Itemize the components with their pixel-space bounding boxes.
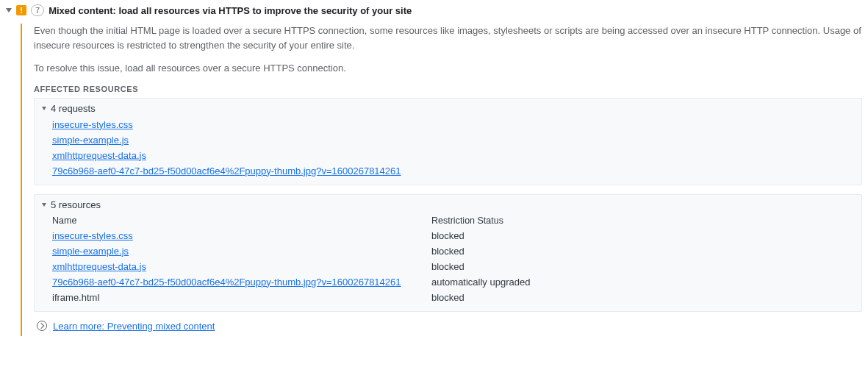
issue-title: Mixed content: load all resources via HT…	[49, 5, 412, 16]
issue-description-1: Even though the initial HTML page is loa…	[34, 24, 862, 52]
requests-list: insecure-styles.css simple-example.js xm…	[42, 117, 854, 179]
table-row: xmlhttprequest-data.js blocked	[42, 259, 854, 274]
issue-body: Even though the initial HTML page is loa…	[21, 24, 862, 336]
resource-link[interactable]: 79c6b968-aef0-47c7-bd25-f50d00acf6e4%2Fp…	[52, 277, 401, 288]
resource-status: blocked	[431, 243, 854, 259]
requests-panel-header[interactable]: 4 requests	[42, 103, 854, 114]
request-item: simple-example.js	[52, 132, 854, 148]
table-row: insecure-styles.css blocked	[42, 228, 854, 243]
resource-link[interactable]: xmlhttprequest-data.js	[52, 261, 146, 272]
issue-root: ! 7 Mixed content: load all resources vi…	[0, 0, 868, 343]
request-item: insecure-styles.css	[52, 117, 854, 132]
learn-more-link[interactable]: Learn more: Preventing mixed content	[53, 321, 215, 332]
col-status-header: Restriction Status	[431, 213, 854, 228]
col-name-header: Name	[42, 213, 431, 228]
resource-link[interactable]: simple-example.js	[52, 246, 129, 257]
chevron-down-icon	[42, 203, 46, 207]
request-link[interactable]: insecure-styles.css	[52, 119, 133, 130]
request-item: 79c6b968-aef0-47c7-bd25-f50d00acf6e4%2Fp…	[52, 163, 854, 179]
request-item: xmlhttprequest-data.js	[52, 148, 854, 163]
issue-count-badge: 7	[31, 4, 44, 16]
requests-panel: 4 requests insecure-styles.css simple-ex…	[34, 98, 862, 185]
resource-name-plain: iframe.html	[52, 292, 99, 303]
resource-status: blocked	[431, 259, 854, 274]
table-row: 79c6b968-aef0-47c7-bd25-f50d00acf6e4%2Fp…	[42, 274, 854, 290]
request-link[interactable]: simple-example.js	[52, 135, 129, 146]
affected-resources-label: AFFECTED RESOURCES	[34, 85, 862, 93]
request-link[interactable]: xmlhttprequest-data.js	[52, 150, 146, 161]
warning-icon: !	[16, 5, 26, 15]
table-header-row: Name Restriction Status	[42, 213, 854, 228]
resources-panel-header[interactable]: 5 resources	[42, 199, 854, 210]
table-row: simple-example.js blocked	[42, 243, 854, 259]
request-link[interactable]: 79c6b968-aef0-47c7-bd25-f50d00acf6e4%2Fp…	[52, 165, 401, 177]
resources-count-label: 5 resources	[51, 199, 101, 210]
issue-header[interactable]: ! 7 Mixed content: load all resources vi…	[6, 4, 862, 16]
resources-table: Name Restriction Status insecure-styles.…	[42, 213, 854, 305]
resource-status: blocked	[431, 228, 854, 243]
resources-panel: 5 resources Name Restriction Status inse…	[34, 194, 862, 312]
learn-more-row: Learn more: Preventing mixed content	[34, 321, 862, 332]
resource-status: blocked	[431, 290, 854, 305]
chevron-down-icon	[6, 8, 12, 13]
resource-link[interactable]: insecure-styles.css	[52, 230, 133, 241]
resource-status: automatically upgraded	[431, 274, 854, 290]
arrow-right-circle-icon	[37, 321, 47, 331]
chevron-down-icon	[42, 107, 46, 110]
requests-count-label: 4 requests	[51, 103, 96, 114]
table-row: iframe.html blocked	[42, 290, 854, 305]
issue-description-2: To resolve this issue, load all resource…	[34, 61, 862, 76]
